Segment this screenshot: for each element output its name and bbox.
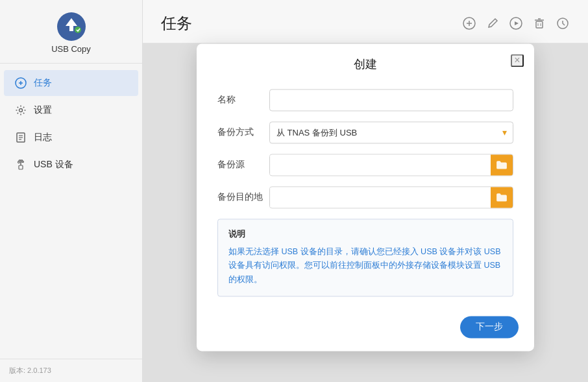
sidebar-item-tasks[interactable]: 任务 (4, 70, 138, 96)
sidebar-item-tasks-label: 任务 (34, 77, 52, 89)
backup-method-label: 备份方式 (217, 126, 269, 138)
svg-point-5 (19, 109, 23, 112)
log-icon (14, 131, 27, 144)
backup-source-input-group (269, 154, 513, 176)
main-body: 创建 × 名称 备份方式 从 TNAS 备份到 USB (143, 43, 588, 382)
version-label: 版本: 2.0.173 (0, 359, 142, 382)
next-button[interactable]: 下一步 (460, 316, 519, 338)
backup-dest-input[interactable] (270, 187, 491, 208)
page-title: 任务 (161, 13, 192, 34)
folder-dest-icon (496, 193, 508, 202)
main-content: 任务 (143, 0, 588, 382)
info-box-title: 说明 (228, 228, 502, 240)
info-box-text: 如果无法选择 USB 设备的目录，请确认您已经接入 USB 设备并对该 USB … (228, 245, 502, 287)
app-logo-icon (56, 12, 86, 42)
sidebar-item-logs-label: 日志 (34, 132, 52, 143)
app-logo: USB Copy (0, 0, 142, 64)
sidebar-item-logs[interactable]: 日志 (4, 125, 138, 150)
name-input[interactable] (269, 89, 513, 111)
name-field-row: 名称 (217, 89, 513, 111)
run-toolbar-icon[interactable] (509, 16, 523, 30)
backup-dest-folder-button[interactable] (491, 186, 513, 208)
sidebar-nav: 任务 设置 (0, 64, 142, 359)
svg-rect-10 (19, 165, 23, 169)
backup-dest-input-group (269, 186, 513, 208)
edit-toolbar-icon[interactable] (485, 16, 500, 30)
history-toolbar-icon[interactable] (556, 16, 570, 30)
backup-source-folder-button[interactable] (491, 154, 513, 176)
svg-rect-22 (536, 21, 543, 28)
usb-icon (14, 158, 27, 171)
backup-method-select[interactable]: 从 TNAS 备份到 USB 从 USB 备份到 TNAS (269, 121, 513, 143)
dialog-title: 创建 (354, 56, 377, 72)
dialog-body: 名称 备份方式 从 TNAS 备份到 USB 从 USB 备份到 TNAS ▾ (197, 78, 534, 309)
sidebar: USB Copy 任务 (0, 0, 143, 382)
sidebar-item-usb-label: USB 设备 (34, 159, 73, 171)
svg-marker-21 (515, 21, 519, 25)
name-label: 名称 (217, 94, 269, 106)
main-header: 任务 (143, 0, 588, 43)
sidebar-item-settings-label: 设置 (34, 104, 52, 116)
app-container: USB Copy 任务 (0, 0, 588, 382)
delete-toolbar-icon[interactable] (532, 16, 546, 30)
list-icon (14, 77, 27, 90)
dialog-footer: 下一步 (197, 309, 534, 351)
app-name-label: USB Copy (51, 44, 91, 54)
backup-dest-label: 备份目的地 (217, 191, 269, 203)
add-toolbar-icon[interactable] (462, 16, 476, 30)
backup-method-row: 备份方式 从 TNAS 备份到 USB 从 USB 备份到 TNAS ▾ (217, 121, 513, 143)
backup-method-select-wrapper: 从 TNAS 备份到 USB 从 USB 备份到 TNAS ▾ (269, 121, 513, 143)
dialog-header: 创建 × (197, 43, 534, 78)
sidebar-item-usb-devices[interactable]: USB 设备 (4, 152, 138, 178)
backup-source-row: 备份源 (217, 154, 513, 176)
info-box: 说明 如果无法选择 USB 设备的目录，请确认您已经接入 USB 设备并对该 U… (217, 219, 513, 296)
svg-point-1 (75, 27, 81, 33)
backup-source-label: 备份源 (217, 159, 269, 171)
folder-icon (496, 160, 508, 169)
dialog-close-button[interactable]: × (511, 54, 524, 67)
backup-dest-row: 备份目的地 (217, 186, 513, 208)
backup-source-input[interactable] (270, 154, 491, 175)
gear-icon (14, 104, 27, 117)
create-dialog: 创建 × 名称 备份方式 从 TNAS 备份到 USB (197, 43, 534, 351)
sidebar-item-settings[interactable]: 设置 (4, 97, 138, 123)
toolbar (462, 16, 570, 30)
